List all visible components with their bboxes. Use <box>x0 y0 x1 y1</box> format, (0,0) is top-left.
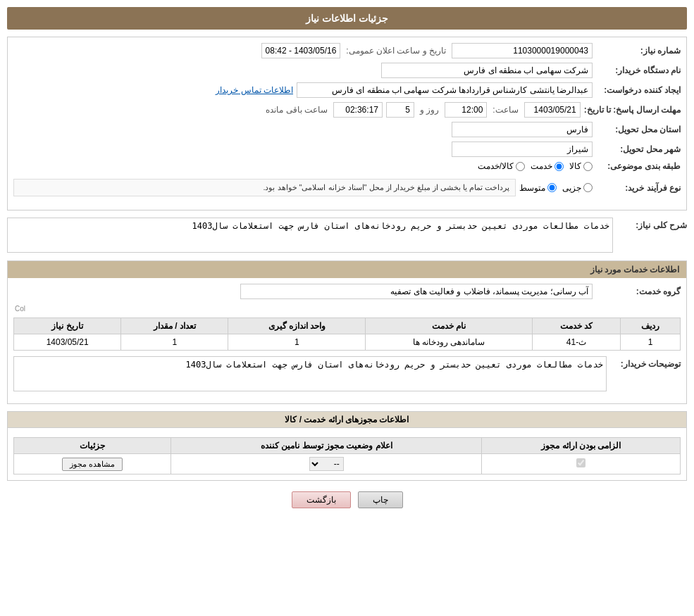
service-info-header: اطلاعات خدمات مورد نیاز <box>8 261 686 278</box>
radio-kala-khedmat[interactable] <box>516 162 525 171</box>
td-perm-required <box>482 454 681 474</box>
th-name: نام خدمت <box>366 318 532 334</box>
td-date: 1403/05/21 <box>14 334 121 351</box>
permissions-table: الزامی بودن ارائه مجوز اعلام وضعیت مجوز … <box>13 437 681 474</box>
value-deadline-remaining: 02:36:17 <box>333 102 383 118</box>
permissions-table-header-row: الزامی بودن ارائه مجوز اعلام وضعیت مجوز … <box>14 438 681 454</box>
th-date: تاریخ نیاز <box>14 318 121 334</box>
row-city: شهر محل تحویل: شیراز <box>13 142 681 157</box>
radio-motavasset[interactable] <box>547 183 557 192</box>
row-buyer-org: نام دستگاه خریدار: شرکت سهامی اب منطقه ا… <box>13 63 681 78</box>
label-deadline-days: روز و <box>420 105 439 115</box>
th-row: ردیف <box>621 318 681 334</box>
label-creator: ایجاد کننده درخواست: <box>596 85 681 95</box>
label-kala-khedmat: کالا/خدمت <box>478 161 514 171</box>
th-qty: تعداد / مقدار <box>121 318 228 334</box>
creator-contact-link[interactable]: اطلاعات تماس خریدار <box>216 85 293 95</box>
category-radio-kala: کالا <box>569 161 593 171</box>
row-announcement-number: شماره نیاز: 1103000019000043 تاریخ و ساع… <box>13 43 681 58</box>
label-motavasset: متوسط <box>519 183 545 193</box>
need-description-container: خدمات مطالعات موردی تعیین حدبستر و حریم … <box>7 218 613 255</box>
purchase-type-radio-group: جزیی متوسط <box>519 183 593 193</box>
select-perm-status[interactable]: -- دارم ندارم <box>309 457 344 471</box>
td-qty: 1 <box>121 334 228 351</box>
buyer-description-container: خدمات مطالعات موردی تعیین حدبستر و حریم … <box>13 356 607 394</box>
label-buyer-org: نام دستگاه خریدار: <box>596 65 681 75</box>
permissions-section: اطلاعات مجوزهای ارائه خدمت / کالا الزامی… <box>7 411 687 481</box>
permissions-table-row: -- دارم ندارم مشاهده مجوز <box>14 454 681 474</box>
label-announcement-number: شماره نیاز: <box>596 46 681 56</box>
td-perm-details: مشاهده مجوز <box>14 454 171 474</box>
value-creator: عبدالرضا یانتشی کارشناس قراردادها شرکت س… <box>297 82 593 98</box>
back-button[interactable]: بازگشت <box>292 491 351 508</box>
row-category: طبقه بندی موضوعی: کالا خدمت کالا/خدمت <box>13 161 681 171</box>
row-buyer-description: توضیحات خریدار: خدمات مطالعات موردی تعیی… <box>13 356 681 394</box>
print-button[interactable]: چاپ <box>358 491 403 508</box>
td-name: ساماندهی رودخانه ها <box>366 334 532 351</box>
row-province: استان محل تحویل: فارس <box>13 122 681 137</box>
th-perm-details: جزئیات <box>14 438 171 454</box>
row-purchase-type: نوع فرآیند خرید: جزیی متوسط پرداخت تمام … <box>13 175 681 200</box>
label-need-description: شرح کلی نیاز: <box>616 218 687 230</box>
th-code: کد خدمت <box>532 318 620 334</box>
label-announcement-date: تاریخ و ساعت اعلان عمومی: <box>346 46 446 56</box>
buyer-description-textarea: خدمات مطالعات موردی تعیین حدبستر و حریم … <box>13 356 607 391</box>
services-table: ردیف کد خدمت نام خدمت واحد اندازه گیری ت… <box>13 318 681 351</box>
row-service-group: گروه خدمت: آب رسانی؛ مدیریت پسماند، فاضل… <box>13 284 681 299</box>
service-info-body: گروه خدمت: آب رسانی؛ مدیریت پسماند، فاضل… <box>8 278 686 403</box>
row-need-description: شرح کلی نیاز: خدمات مطالعات موردی تعیین … <box>7 218 687 255</box>
table-row: 1 ث-41 ساماندهی رودخانه ها 1 1 1403/05/2… <box>14 334 681 351</box>
page-wrapper: جزئیات اطلاعات نیاز شماره نیاز: 11030000… <box>0 0 694 616</box>
page-title: جزئیات اطلاعات نیاز <box>7 7 687 30</box>
category-radio-group: کالا خدمت کالا/خدمت <box>478 161 593 171</box>
th-unit: واحد اندازه گیری <box>228 318 366 334</box>
td-row: 1 <box>621 334 681 351</box>
label-purchase-type: نوع فرآیند خرید: <box>596 183 681 193</box>
purchase-type-note: پرداخت تمام یا بخشی از مبلغ خریدار از مح… <box>13 179 516 196</box>
view-permit-button[interactable]: مشاهده مجوز <box>62 458 123 471</box>
value-city: شیراز <box>452 142 593 157</box>
label-deadline-remaining: ساعت باقی مانده <box>266 105 328 115</box>
label-city: شهر محل تحویل: <box>596 144 681 154</box>
label-service-group: گروه خدمت: <box>596 287 681 296</box>
th-perm-status: اعلام وضعیت مجوز توسط نامین کننده <box>171 438 482 454</box>
row-deadline: مهلت ارسال پاسخ: تا تاریخ: 1403/05/21 سا… <box>13 102 681 118</box>
category-radio-khedmat: خدمت <box>531 161 564 171</box>
label-khedmat: خدمت <box>531 161 552 171</box>
label-category: طبقه بندی موضوعی: <box>596 161 681 171</box>
checkbox-perm-required <box>576 458 585 467</box>
td-code: ث-41 <box>532 334 620 351</box>
label-deadline: مهلت ارسال پاسخ: تا تاریخ: <box>584 105 681 115</box>
radio-khedmat[interactable] <box>554 162 564 171</box>
purchase-type-radio-jozi: جزیی <box>562 183 593 193</box>
main-info-section: شماره نیاز: 1103000019000043 تاریخ و ساع… <box>7 37 687 210</box>
need-description-textarea: خدمات مطالعات موردی تعیین حدبستر و حریم … <box>7 218 613 253</box>
value-deadline-date: 1403/05/21 <box>524 102 581 118</box>
td-unit: 1 <box>228 334 366 351</box>
value-service-group: آب رسانی؛ مدیریت پسماند، فاضلاب و فعالیت… <box>240 284 593 299</box>
radio-jozi[interactable] <box>583 183 593 192</box>
category-radio-kala-khedmat: کالا/خدمت <box>478 161 525 171</box>
label-jozi: جزیی <box>562 183 581 193</box>
main-info-body: شماره نیاز: 1103000019000043 تاریخ و ساع… <box>8 37 686 210</box>
value-deadline-days: 5 <box>386 102 414 118</box>
radio-kala[interactable] <box>583 162 593 171</box>
button-bar: چاپ بازگشت <box>7 491 687 508</box>
permissions-header: اطلاعات مجوزهای ارائه خدمت / کالا <box>8 412 686 428</box>
service-info-section: اطلاعات خدمات مورد نیاز گروه خدمت: آب رس… <box>7 260 687 404</box>
services-table-header-row: ردیف کد خدمت نام خدمت واحد اندازه گیری ت… <box>14 318 681 334</box>
label-buyer-description: توضیحات خریدار: <box>610 356 681 369</box>
value-announcement-date: 1403/05/16 - 08:42 <box>261 43 341 58</box>
td-perm-status: -- دارم ندارم <box>171 454 482 474</box>
value-province: فارس <box>452 122 593 137</box>
label-kala: کالا <box>569 161 581 171</box>
row-creator: ایجاد کننده درخواست: عبدالرضا یانتشی کار… <box>13 82 681 98</box>
value-announcement-number: 1103000019000043 <box>452 43 593 58</box>
label-deadline-time: ساعت: <box>492 105 518 115</box>
label-province: استان محل تحویل: <box>596 125 681 134</box>
col-indicator: Col <box>13 303 681 314</box>
th-perm-required: الزامی بودن ارائه مجوز <box>482 438 681 454</box>
value-buyer-org: شرکت سهامی اب منطقه ای فارس <box>381 63 593 78</box>
purchase-type-radio-motavasset: متوسط <box>519 183 557 193</box>
permissions-body: الزامی بودن ارائه مجوز اعلام وضعیت مجوز … <box>8 428 686 480</box>
